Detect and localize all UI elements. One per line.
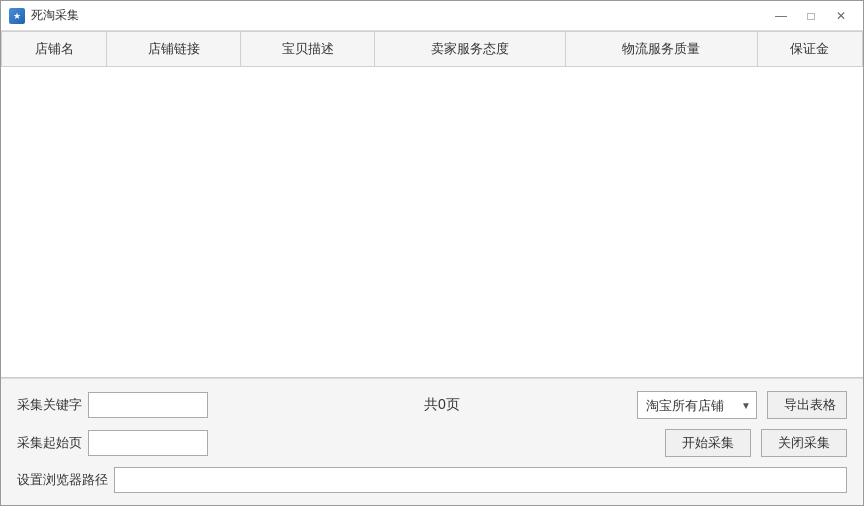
title-bar: ★ 死淘采集 — □ ✕ [1, 1, 863, 31]
page-info: 共0页 [424, 396, 460, 414]
table-area: 店铺名 店铺链接 宝贝描述 卖家服务态度 物流服务质量 保证金 [1, 31, 863, 378]
app-icon: ★ [9, 8, 25, 24]
bottom-row-1: 采集关键字 共0页 淘宝所有店铺 天猫店铺 淘宝店铺 ▼ 导出表格 [17, 391, 847, 419]
keyword-label: 采集关键字 [17, 396, 82, 414]
window-title: 死淘采集 [31, 7, 79, 24]
main-window: ★ 死淘采集 — □ ✕ 店铺名 店铺链接 宝贝描述 卖家服务态度 物流服务质量… [0, 0, 864, 506]
data-table: 店铺名 店铺链接 宝贝描述 卖家服务态度 物流服务质量 保证金 [1, 31, 863, 67]
action-buttons: 开始采集 关闭采集 [647, 429, 847, 457]
minimize-button[interactable]: — [767, 6, 795, 26]
bottom-panel: 采集关键字 共0页 淘宝所有店铺 天猫店铺 淘宝店铺 ▼ 导出表格 [1, 378, 863, 505]
start-page-input[interactable] [88, 430, 208, 456]
browser-label: 设置浏览器路径 [17, 471, 108, 489]
bottom-row-2: 采集起始页 开始采集 关闭采集 [17, 429, 847, 457]
col-shop-link: 店铺链接 [107, 32, 241, 67]
browser-path-input[interactable] [114, 467, 847, 493]
title-bar-buttons: — □ ✕ [767, 6, 855, 26]
col-deposit: 保证金 [757, 32, 862, 67]
start-page-area: 采集起始页 [17, 430, 237, 456]
col-logistics: 物流服务质量 [566, 32, 757, 67]
keyword-input[interactable] [88, 392, 208, 418]
maximize-button[interactable]: □ [797, 6, 825, 26]
page-info-area: 共0页 [237, 396, 647, 414]
close-button[interactable]: ✕ [827, 6, 855, 26]
platform-export-area: 淘宝所有店铺 天猫店铺 淘宝店铺 ▼ 导出表格 [647, 391, 847, 419]
keyword-area: 采集关键字 [17, 392, 237, 418]
close-collect-button[interactable]: 关闭采集 [761, 429, 847, 457]
col-item-desc: 宝贝描述 [241, 32, 375, 67]
start-page-label: 采集起始页 [17, 434, 82, 452]
table-header-row: 店铺名 店铺链接 宝贝描述 卖家服务态度 物流服务质量 保证金 [2, 32, 863, 67]
col-seller-service: 卖家服务态度 [375, 32, 566, 67]
platform-select-wrapper: 淘宝所有店铺 天猫店铺 淘宝店铺 ▼ [637, 391, 757, 419]
platform-select[interactable]: 淘宝所有店铺 天猫店铺 淘宝店铺 [637, 391, 757, 419]
col-shop-name: 店铺名 [2, 32, 107, 67]
export-button[interactable]: 导出表格 [767, 391, 847, 419]
start-collect-button[interactable]: 开始采集 [665, 429, 751, 457]
title-bar-left: ★ 死淘采集 [9, 7, 79, 24]
bottom-row-3: 设置浏览器路径 [17, 467, 847, 493]
